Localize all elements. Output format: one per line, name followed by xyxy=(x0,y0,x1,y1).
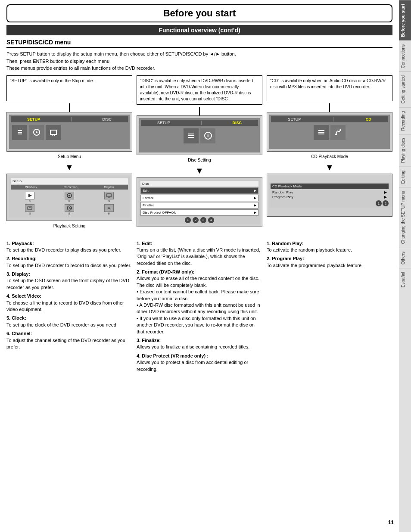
svg-line-18 xyxy=(69,208,71,209)
desc-disc-protect: 4. Disc Protect (VR mode only) : Allows … xyxy=(137,353,262,373)
svg-rect-5 xyxy=(50,130,56,134)
intro-line3: These menus provide entries to all main … xyxy=(6,65,155,71)
cd-descriptions: 1. Random Play: To activate the random p… xyxy=(267,240,392,375)
desc-format: 2. Format (DVD-RW only): Allows you to e… xyxy=(137,269,262,335)
tab-connections[interactable]: Connections xyxy=(399,40,411,72)
format-row: Format ▶ xyxy=(140,195,258,201)
disc-submenu-screen: Disc Edit ▶ Format ▶ Finalize ▶ Disc Pr xyxy=(137,177,262,227)
disc-nums: 1 2 3 4 xyxy=(140,217,258,223)
disc-menu-screen: SETUP DISC xyxy=(139,118,260,152)
arrow-cd: ▼ xyxy=(267,162,392,172)
main-content: Before you start Functional overview (co… xyxy=(0,0,399,379)
desc-playback: 1. Playback: To set up the DVD recorder … xyxy=(6,240,132,254)
desc-program-play: 2. Program Play: To activate the program… xyxy=(267,255,392,269)
playback-setting-label: Playback Setting xyxy=(6,224,132,228)
cd-submenu: CD Playback Mode Random Play ▶ Program P… xyxy=(269,182,390,208)
setup-tab-cd: SETUP xyxy=(288,117,301,121)
cd-tab-active: CD xyxy=(366,117,371,121)
setup-column: "SETUP" is available only in the Stop mo… xyxy=(6,75,132,236)
setup-descriptions: 1. Playback: To set up the DVD recorder … xyxy=(6,240,132,375)
disc-num-4: 4 xyxy=(208,217,214,223)
section-header: Functional overview (cont'd) xyxy=(6,25,392,35)
intro-line1: Press SETUP button to display the setup … xyxy=(6,51,236,56)
desc-edit: 1. Edit: Turns on a title list, (When a … xyxy=(137,240,262,267)
cd-column: "CD" is available only when an Audio CD … xyxy=(267,75,392,236)
svg-point-27 xyxy=(335,134,337,135)
setup-tab: SETUP xyxy=(27,117,40,121)
page-title: Before you start xyxy=(6,4,392,22)
svg-point-23 xyxy=(207,134,209,137)
intro-text: Press SETUP button to display the setup … xyxy=(6,50,392,72)
disc-num-1: 1 xyxy=(185,217,191,223)
desc-display: 3. Display: To set up the OSD screen and… xyxy=(6,271,132,291)
program-play-item: Program Play ▶ xyxy=(271,195,389,199)
pb-tab-row: Playback Recording Display xyxy=(11,185,128,190)
finalize-row: Finalize ▶ xyxy=(140,202,258,208)
tab-playing-discs[interactable]: Playing discs xyxy=(399,134,411,166)
side-tab-container: Before you start Connections Getting sta… xyxy=(399,0,411,532)
svg-point-10 xyxy=(68,195,70,196)
disc-protect-row: Disc Protect OFF●ON ▶ xyxy=(140,209,258,216)
top-columns: "SETUP" is available only in the Stop mo… xyxy=(6,75,392,236)
svg-rect-11 xyxy=(107,194,111,197)
svg-rect-14 xyxy=(28,207,32,209)
disc-screen-label: Disc Setting xyxy=(137,158,262,162)
arrow-disc: ▼ xyxy=(137,166,262,176)
cd-screen-box: SETUP CD xyxy=(267,112,392,152)
cd-callout: "CD" is available only when an Audio CD … xyxy=(267,75,392,101)
cd-submenu-screen: CD Playback Mode Random Play ▶ Program P… xyxy=(267,174,392,217)
cd-menu-title: CD Playback Mode xyxy=(271,184,389,189)
tab-before-you-start[interactable]: Before you start xyxy=(399,0,411,40)
setup-screen-box: SETUP DISC xyxy=(6,112,132,152)
desc-channel: 6. Channel: To adjust the channel settin… xyxy=(6,330,132,350)
cd-menu-screen: SETUP CD xyxy=(269,115,390,149)
svg-point-4 xyxy=(36,131,37,133)
playback-setting-screen: Setup Playback Recording Display ① xyxy=(6,174,132,221)
pb-sub-icons: ④ ⑤ ⑥ xyxy=(11,203,128,216)
disc-num-2: 2 xyxy=(193,217,199,223)
disc-submenu: Disc Edit ▶ Format ▶ Finalize ▶ Disc Pr xyxy=(139,180,260,224)
tab-getting-started[interactable]: Getting started xyxy=(399,72,411,107)
desc-finalize: 3. Finalize: Allows you to finalize a di… xyxy=(137,337,262,351)
tab-recording[interactable]: Recording xyxy=(399,107,411,134)
svg-marker-8 xyxy=(28,194,32,197)
arrow-setup: ▼ xyxy=(6,162,132,172)
setup-screen-label: Setup Menu xyxy=(6,154,132,159)
random-play-item: Random Play ▶ xyxy=(271,190,389,195)
tab-espanol[interactable]: Español xyxy=(399,268,411,291)
setup-tab-disc: SETUP xyxy=(157,121,170,125)
lower-descriptions: 1. Playback: To set up the DVD recorder … xyxy=(6,240,392,375)
cd-num-2: 2 xyxy=(383,200,389,206)
setup-callout: "SETUP" is available only in the Stop mo… xyxy=(6,75,132,101)
svg-point-28 xyxy=(339,129,341,131)
disc-column: "DISC" is available only when a DVD-RW/R… xyxy=(137,75,262,236)
edit-row: Edit ▶ xyxy=(140,187,258,194)
pb-menu: Setup Playback Recording Display ① xyxy=(9,177,130,218)
disc-tab-active: DISC xyxy=(233,121,242,125)
pb-icons: ① ② ③ xyxy=(11,191,128,203)
tab-changing-setup[interactable]: Changing the SETUP menu xyxy=(399,187,411,247)
desc-select-video: 4. Select Video: To choose a line input … xyxy=(6,293,132,313)
page-number: 11 xyxy=(388,520,394,526)
cd-screen-label: CD Playback Mode xyxy=(267,154,392,159)
desc-clock: 5. Clock: To set up the clock of the DVD… xyxy=(6,315,132,328)
setup-menu-screen: SETUP DISC xyxy=(9,115,130,149)
tab-editing[interactable]: Editing xyxy=(399,167,411,187)
desc-random-play: 1. Random Play: To activate the random p… xyxy=(267,240,392,254)
disc-callout: "DISC" is available only when a DVD-RW/R… xyxy=(137,75,262,105)
cd-num-1: 1 xyxy=(376,200,382,206)
cd-nums: 1 2 xyxy=(271,200,389,206)
disc-descriptions: 1. Edit: Turns on a title list, (When a … xyxy=(137,240,262,375)
disc-tab-in-setup: DISC xyxy=(103,117,112,121)
tab-others[interactable]: Others xyxy=(399,248,411,268)
disc-screen-box: SETUP DISC xyxy=(137,115,262,155)
disc-num-3: 3 xyxy=(200,217,206,223)
sub-section-title: SETUP/DISC/CD menu xyxy=(6,39,392,48)
intro-line2: Then, press ENTER button to display each… xyxy=(6,59,111,64)
desc-recording: 2. Recording: To set up the DVD recorder… xyxy=(6,255,132,269)
